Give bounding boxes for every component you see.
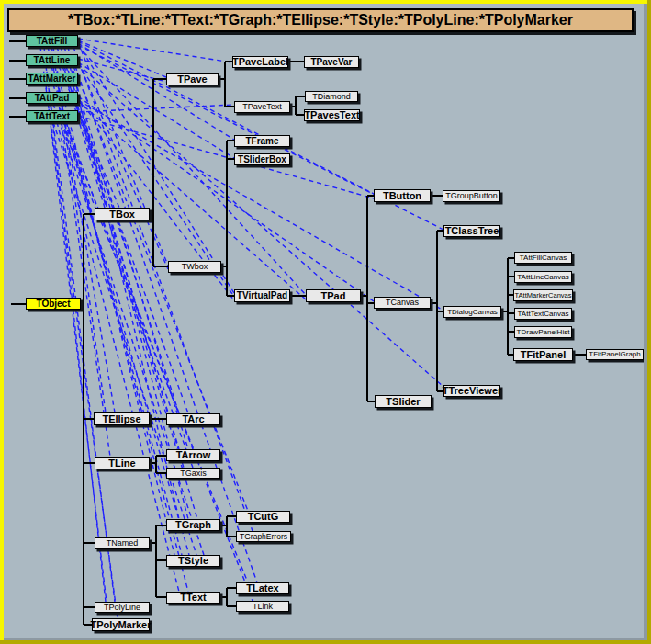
class-node-TTreeViewer[interactable]: TTreeViewer <box>443 385 500 397</box>
class-node-TAttFill[interactable]: TAttFill <box>26 35 78 47</box>
class-node-TDiamond[interactable]: TDiamond <box>305 91 358 102</box>
class-node-TAttLineCanvas[interactable]: TAttLineCanvas <box>514 271 572 283</box>
class-node-TGaxis[interactable]: TGaxis <box>166 468 220 479</box>
class-node-TAttFillCanvas[interactable]: TAttFillCanvas <box>514 252 572 264</box>
class-node-TBox[interactable]: TBox <box>95 208 150 220</box>
title-pave: *TBox:*TLine:*TText:*TGraph:*TEllipse:*T… <box>7 8 634 32</box>
reference-edge <box>48 47 188 592</box>
reference-edge <box>40 47 118 618</box>
class-node-TPaveText[interactable]: TPaveText <box>234 101 290 113</box>
class-node-TSlider[interactable]: TSlider <box>375 395 432 408</box>
class-node-TLink[interactable]: TLink <box>236 601 289 612</box>
class-node-TAttMarkerCanvas[interactable]: TAttMarkerCanvas <box>513 289 573 301</box>
frame-bottom <box>0 640 651 644</box>
class-node-TAttTextCanvas[interactable]: TAttTextCanvas <box>514 308 572 320</box>
reference-edge <box>78 43 234 140</box>
reference-edge <box>44 47 106 602</box>
class-node-TText[interactable]: TText <box>166 592 220 604</box>
root-canvas: TAttFillTAttLineTAttMarkerTAttPadTAttTex… <box>0 0 651 644</box>
class-node-TGroupButton[interactable]: TGroupButton <box>443 190 500 202</box>
class-node-TAttPad[interactable]: TAttPad <box>26 92 78 104</box>
reference-edge <box>62 66 188 413</box>
class-node-TLatex[interactable]: TLatex <box>236 582 289 594</box>
reference-edge <box>73 66 248 511</box>
class-node-TButton[interactable]: TButton <box>374 189 431 202</box>
class-node-TObject[interactable]: TObject <box>26 298 81 310</box>
class-node-TCutG[interactable]: TCutG <box>236 511 290 523</box>
class-node-TVirtualPad[interactable]: TVirtualPad <box>234 289 290 302</box>
class-node-TAttText[interactable]: TAttText <box>26 110 78 122</box>
class-node-TClassTree[interactable]: TClassTree <box>443 225 500 237</box>
reference-edge <box>61 122 248 582</box>
class-node-TDrawPanelHist[interactable]: TDrawPanelHist <box>514 326 572 338</box>
class-node-TPaveLabel[interactable]: TPaveLabel <box>232 56 288 68</box>
class-node-TFitPanelGraph[interactable]: TFitPanelGraph <box>586 349 644 360</box>
class-node-TPolyMarker[interactable]: TPolyMarker <box>92 618 150 631</box>
class-node-TNamed[interactable]: TNamed <box>95 537 150 549</box>
class-node-TPolyLine[interactable]: TPolyLine <box>95 602 150 613</box>
class-node-TPad[interactable]: TPad <box>306 289 361 302</box>
class-node-TSliderBox[interactable]: TSliderBox <box>234 153 290 165</box>
frame-left <box>0 0 4 644</box>
class-node-TAttLine[interactable]: TAttLine <box>26 54 78 66</box>
frame-top <box>0 0 651 4</box>
class-node-TArrow[interactable]: TArrow <box>166 449 220 461</box>
class-node-TStyle[interactable]: TStyle <box>166 555 220 567</box>
class-node-TAttMarker[interactable]: TAttMarker <box>26 73 78 85</box>
class-node-TArc[interactable]: TArc <box>166 413 220 425</box>
class-node-TPavesText[interactable]: TPavesText <box>304 109 360 121</box>
reference-edge <box>64 122 253 601</box>
class-node-TFrame[interactable]: TFrame <box>234 135 290 147</box>
title-text: *TBox:*TLine:*TText:*TGraph:*TEllipse:*T… <box>68 12 573 28</box>
class-node-TCanvas[interactable]: TCanvas <box>374 297 431 309</box>
class-node-TPave[interactable]: TPave <box>166 73 219 85</box>
frame-right <box>647 0 651 644</box>
reference-edge <box>78 116 374 198</box>
class-node-TGraph[interactable]: TGraph <box>166 519 220 531</box>
class-node-TFitPanel[interactable]: TFitPanel <box>513 348 573 361</box>
class-node-TGraphErrors[interactable]: TGraphErrors <box>236 531 291 542</box>
class-node-TPaveVar[interactable]: TPaveVar <box>304 56 359 68</box>
class-node-TEllipse[interactable]: TEllipse <box>94 412 150 425</box>
class-node-TLine[interactable]: TLine <box>95 457 150 469</box>
class-node-TDialogCanvas[interactable]: TDialogCanvas <box>443 306 501 318</box>
class-node-TWbox[interactable]: TWbox <box>168 261 221 273</box>
